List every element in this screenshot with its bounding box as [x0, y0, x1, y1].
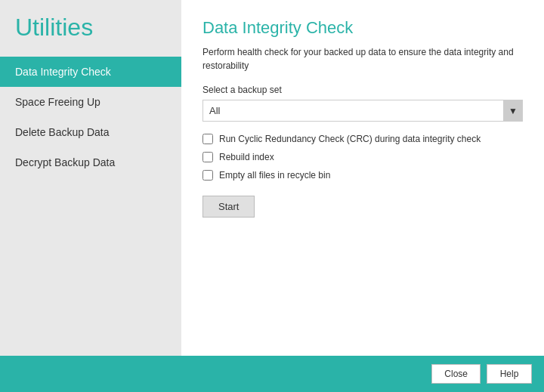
sidebar-nav: Data Integrity Check Space Freeing Up De… — [0, 57, 181, 177]
checkbox-empty-recycle-bin-row[interactable]: Empty all files in recycle bin — [202, 170, 523, 181]
sidebar-item-decrypt-backup-data[interactable]: Decrypt Backup Data — [0, 147, 181, 177]
close-button[interactable]: Close — [431, 364, 481, 384]
help-button[interactable]: Help — [487, 364, 532, 384]
sidebar-item-delete-backup-data[interactable]: Delete Backup Data — [0, 117, 181, 147]
main-container: Utilities Data Integrity Check Space Fre… — [0, 0, 544, 356]
backup-set-select-wrapper: All ▼ — [202, 100, 523, 122]
checkbox-empty-recycle-bin-label: Empty all files in recycle bin — [219, 170, 330, 181]
backup-set-select[interactable]: All — [202, 100, 523, 122]
select-label: Select a backup set — [202, 85, 523, 95]
checkbox-rebuild-index-label: Rebuild index — [219, 152, 274, 162]
sidebar-item-data-integrity-check[interactable]: Data Integrity Check — [0, 57, 181, 87]
content-title: Data Integrity Check — [202, 18, 523, 38]
start-button[interactable]: Start — [202, 196, 255, 218]
content-area: Data Integrity Check Perform health chec… — [181, 0, 544, 356]
sidebar-title: Utilities — [0, 0, 181, 57]
checkbox-empty-recycle-bin[interactable] — [202, 170, 213, 181]
checkbox-crc-label: Run Cyclic Redundancy Check (CRC) during… — [219, 134, 481, 144]
content-description: Perform health check for your backed up … — [202, 45, 523, 73]
checkbox-rebuild-index-row[interactable]: Rebuild index — [202, 152, 523, 162]
sidebar-item-space-freeing-up[interactable]: Space Freeing Up — [0, 87, 181, 117]
checkbox-group: Run Cyclic Redundancy Check (CRC) during… — [202, 134, 523, 181]
checkbox-crc[interactable] — [202, 134, 213, 144]
sidebar: Utilities Data Integrity Check Space Fre… — [0, 0, 181, 356]
footer: Close Help — [0, 356, 544, 392]
checkbox-crc-row[interactable]: Run Cyclic Redundancy Check (CRC) during… — [202, 134, 523, 144]
checkbox-rebuild-index[interactable] — [202, 152, 213, 162]
